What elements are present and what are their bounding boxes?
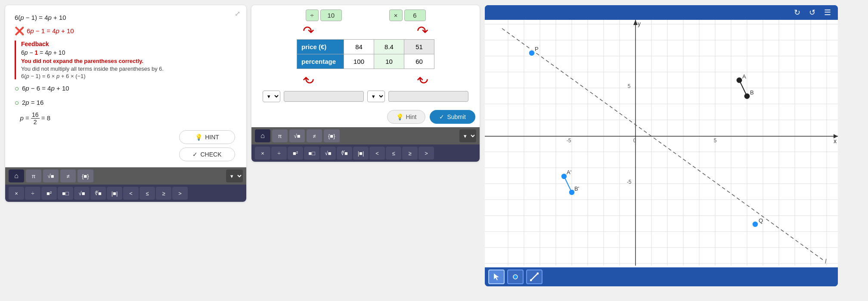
pow-btn-p1[interactable]: ■□ [58, 187, 73, 200]
label-B: B [750, 89, 754, 96]
table-row-pct: percentage 100 10 60 [297, 54, 434, 69]
dot-icon [511, 273, 520, 281]
home-button-p2[interactable]: ⌂ [255, 129, 270, 142]
label-P: P [535, 46, 539, 52]
lt-btn-p2[interactable]: < [369, 147, 385, 160]
correct-icon-2: ○ [15, 97, 19, 109]
price-51: 51 [404, 40, 434, 54]
check-icon: ✓ [192, 151, 198, 158]
toolbar-row1-panel2: ⌂ π √■ ≠ {■} ▾ [251, 127, 480, 144]
check-button[interactable]: ✓ CHECK [179, 147, 235, 161]
math-line-correct-2: ○ 2p = 16 [15, 97, 237, 109]
svg-text:5: 5 [628, 83, 631, 89]
braces-button-p2[interactable]: {■} [324, 129, 340, 142]
bottom-input-1[interactable] [284, 91, 364, 102]
sqrt2-btn-p1[interactable]: √■ [74, 187, 90, 200]
cursor-tool[interactable] [488, 270, 505, 284]
top-arrows: ↷ ↷ [256, 23, 475, 39]
pi-button-p1[interactable]: π [26, 169, 41, 182]
mul-val: 6 [404, 9, 426, 21]
times-btn-p1[interactable]: × [9, 187, 24, 200]
price-100: 84 [344, 40, 374, 54]
div-btn-p1[interactable]: ÷ [25, 187, 40, 200]
pow-btn-p2[interactable]: ■□ [304, 147, 319, 160]
pct-100: 100 [344, 54, 374, 69]
home-button-p1[interactable]: ⌂ [9, 169, 24, 182]
ge-btn-p1[interactable]: ≥ [156, 187, 171, 200]
panel-graph: ↻ ↺ ☰ [485, 5, 838, 286]
hint-button-p2[interactable]: 💡 Hint [387, 110, 426, 124]
math-line-fraction: p = 16 2 = 8 [15, 111, 237, 126]
point-Q [752, 221, 758, 227]
sqrt-button-p2[interactable]: √■ [289, 129, 305, 142]
neq-button-p2[interactable]: ≠ [307, 129, 322, 142]
lightbulb-icon: 💡 [195, 134, 202, 141]
lt-btn-p1[interactable]: < [123, 187, 139, 200]
gt-btn-p2[interactable]: > [418, 147, 434, 160]
button-row: 💡 HINT ✓ CHECK [15, 130, 237, 161]
fraction: 16 2 [31, 111, 40, 126]
pct-60: 60 [404, 54, 434, 69]
mul-sym: × [389, 9, 403, 21]
graph-body: x y -5 5 0 5 -5 P Q A B [485, 20, 838, 267]
toolbar-dropdown-p2[interactable]: ▾ [459, 129, 476, 142]
le-btn-p2[interactable]: ≤ [386, 147, 401, 160]
times-btn-p2[interactable]: × [255, 147, 270, 160]
dot-tool[interactable] [507, 270, 524, 284]
svg-text:-5: -5 [627, 179, 632, 185]
menu-button[interactable]: ☰ [822, 7, 834, 18]
y-axis-label: y [638, 20, 641, 27]
toolbar-row2-panel1: × ÷ ■² ■□ √■ ∜■ |■| < ≤ ≥ > [5, 185, 246, 202]
sqrt4-btn-p2[interactable]: ∜■ [337, 147, 352, 160]
le-btn-p1[interactable]: ≤ [140, 187, 155, 200]
sq-btn-p1[interactable]: ■² [41, 187, 57, 200]
line-tool[interactable] [526, 270, 542, 284]
gt-btn-p1[interactable]: > [172, 187, 188, 200]
point-P [529, 50, 535, 56]
bottom-select-2[interactable]: ▾ [367, 91, 385, 102]
neq-button-p1[interactable]: ≠ [60, 169, 76, 182]
submit-button-p2[interactable]: ✓ Submit [430, 110, 475, 124]
feedback-title: Feedback [21, 41, 237, 47]
math-line-error: ❌ 6p − 1 = 4p + 10 [15, 25, 237, 37]
sqrt-button-p1[interactable]: √■ [43, 169, 59, 182]
arrow-right-top: ↷ [417, 23, 428, 39]
panel-ratio: ÷ 10 × 6 ↷ ↷ price (€) 84 8.4 51 per [251, 5, 480, 162]
sqrt4-btn-p1[interactable]: ∜■ [90, 187, 106, 200]
table-row-price: price (€) 84 8.4 51 [297, 40, 434, 54]
sqrt2-btn-p2[interactable]: √■ [320, 147, 336, 160]
arrow-left-top: ↷ [303, 23, 314, 39]
braces-button-p1[interactable]: {■} [78, 169, 93, 182]
bottom-arrows: ↷ ↷ [256, 71, 475, 87]
lightbulb-icon-p2: 💡 [396, 113, 403, 120]
sq-btn-p2[interactable]: ■² [288, 147, 303, 160]
abs-btn-p1[interactable]: |■| [107, 187, 122, 200]
hint-button[interactable]: 💡 HINT [179, 130, 235, 144]
label-Q: Q [759, 217, 763, 224]
toolbar-row1-panel1: ⌂ π √■ ≠ {■} ▾ [5, 167, 246, 185]
redo-button[interactable]: ↺ [806, 7, 818, 18]
bottom-input-2[interactable] [388, 91, 468, 102]
action-row: 💡 Hint ✓ Submit [251, 107, 480, 127]
arrow-left-bottom: ↷ [303, 71, 314, 87]
feedback-error-msg: You did not expand the parentheses corre… [21, 58, 237, 64]
expand-icon[interactable]: ⤢ [235, 9, 240, 18]
feedback-detail1: You did not multiply all terms inside th… [21, 66, 237, 72]
bottom-select-1[interactable]: ▾ [263, 91, 280, 102]
svg-text:5: 5 [714, 138, 717, 144]
pi-button-p2[interactable]: π [272, 129, 288, 142]
abs-btn-p2[interactable]: |■| [353, 147, 369, 160]
math-content: ⤢ 6(p − 1) = 4p + 10 ❌ 6p − 1 = 4p + 10 … [5, 5, 246, 167]
check-icon-p2: ✓ [439, 113, 444, 120]
undo-button[interactable]: ↻ [791, 7, 803, 18]
x-axis-label: x [834, 138, 837, 144]
op-div-box: ÷ 10 [306, 9, 342, 21]
arrow-right-bottom: ↷ [417, 71, 428, 87]
label-A: A [742, 73, 746, 80]
svg-text:-5: -5 [567, 138, 571, 144]
div-btn-p2[interactable]: ÷ [271, 147, 287, 160]
ge-btn-p2[interactable]: ≥ [402, 147, 418, 160]
toolbar-dropdown-p1[interactable]: ▾ [226, 169, 243, 182]
pct-header: percentage [297, 54, 344, 69]
svg-marker-47 [494, 273, 499, 280]
